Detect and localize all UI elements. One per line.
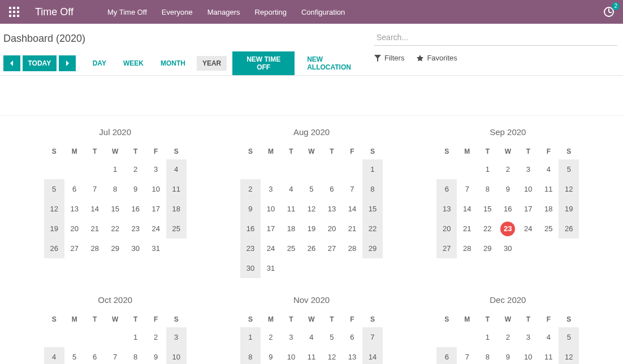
nav-reporting[interactable]: Reporting [255,8,287,16]
day-cell[interactable]: 12 [44,199,64,219]
day-cell[interactable]: 27 [64,239,85,258]
prev-button[interactable] [3,55,20,71]
day-cell[interactable]: 10 [518,179,538,199]
day-cell[interactable]: 5 [559,159,579,179]
day-cell[interactable]: 31 [146,239,166,258]
day-cell[interactable]: 6 [436,179,457,199]
day-cell[interactable]: 18 [166,199,187,219]
day-cell[interactable]: 22 [105,219,126,239]
day-cell[interactable]: 9 [497,179,518,199]
day-cell[interactable]: 7 [457,347,477,364]
month-title[interactable]: Oct 2020 [23,295,207,305]
filters-button[interactable]: Filters [374,54,404,62]
day-cell[interactable]: 8 [477,347,497,364]
day-cell[interactable]: 9 [261,347,281,364]
month-title[interactable]: Sep 2020 [416,127,600,137]
day-cell[interactable]: 29 [362,239,383,258]
favorites-button[interactable]: Favorites [417,54,457,62]
day-cell[interactable]: 11 [166,179,187,199]
day-cell[interactable]: 10 [261,199,281,219]
day-cell[interactable]: 16 [240,219,261,239]
day-cell[interactable]: 8 [362,179,383,199]
day-cell[interactable]: 9 [497,347,518,364]
day-cell[interactable]: 26 [44,239,64,258]
day-cell[interactable]: 21 [457,219,477,239]
day-cell[interactable]: 2 [146,327,166,347]
day-cell[interactable]: 12 [559,179,579,199]
apps-icon[interactable] [9,7,19,17]
day-cell[interactable]: 5 [559,327,579,347]
day-cell[interactable]: 9 [126,179,146,199]
day-cell[interactable]: 20 [64,219,85,239]
day-cell[interactable]: 25 [166,219,187,239]
day-cell[interactable]: 13 [342,347,362,364]
day-cell[interactable]: 23 [240,239,261,258]
day-cell[interactable]: 28 [457,239,477,258]
view-year[interactable]: YEAR [197,56,227,71]
day-cell[interactable]: 15 [477,199,497,219]
day-cell[interactable]: 9 [240,199,261,219]
today-button[interactable]: TODAY [23,55,57,71]
day-cell[interactable]: 2 [497,327,518,347]
day-cell[interactable]: 4 [166,159,187,179]
day-cell[interactable]: 27 [436,239,457,258]
day-cell[interactable]: 16 [497,199,518,219]
activity-indicator[interactable]: 2 [604,7,614,17]
day-cell[interactable]: 28 [85,239,105,258]
day-cell[interactable]: 4 [281,179,301,199]
day-cell[interactable]: 2 [261,327,281,347]
day-cell[interactable]: 2 [126,159,146,179]
day-cell[interactable]: 25 [538,219,559,239]
month-title[interactable]: Aug 2020 [219,127,404,137]
day-cell[interactable]: 25 [281,239,301,258]
day-cell[interactable]: 15 [362,199,383,219]
day-cell[interactable]: 8 [240,347,261,364]
day-cell[interactable]: 10 [166,347,187,364]
day-cell[interactable]: 20 [322,219,342,239]
day-cell[interactable]: 3 [261,179,281,199]
day-cell[interactable]: 17 [261,219,281,239]
next-button[interactable] [59,55,76,71]
day-cell[interactable]: 12 [301,199,322,219]
day-cell[interactable]: 10 [281,347,301,364]
day-cell[interactable]: 3 [518,327,538,347]
day-cell[interactable]: 8 [105,179,126,199]
day-cell[interactable]: 18 [538,199,559,219]
day-cell[interactable]: 26 [559,219,579,239]
day-cell[interactable]: 23 [497,219,518,239]
day-cell[interactable]: 26 [301,239,322,258]
day-cell[interactable]: 5 [64,347,85,364]
day-cell[interactable]: 17 [146,199,166,219]
day-cell[interactable]: 4 [538,327,559,347]
day-cell[interactable]: 19 [44,219,64,239]
day-cell[interactable]: 24 [261,239,281,258]
day-cell[interactable]: 13 [322,199,342,219]
day-cell[interactable]: 7 [85,179,105,199]
day-cell[interactable]: 8 [126,347,146,364]
nav-everyone[interactable]: Everyone [162,8,193,16]
view-month[interactable]: MONTH [155,56,191,71]
day-cell[interactable]: 22 [362,219,383,239]
day-cell[interactable]: 22 [477,219,497,239]
nav-managers[interactable]: Managers [207,8,240,16]
day-cell[interactable]: 7 [105,347,126,364]
day-cell[interactable]: 29 [105,239,126,258]
day-cell[interactable]: 6 [64,179,85,199]
month-title[interactable]: Nov 2020 [219,295,404,305]
day-cell[interactable]: 31 [261,258,281,278]
view-week[interactable]: WEEK [118,56,149,71]
day-cell[interactable]: 2 [240,179,261,199]
day-cell[interactable]: 21 [342,219,362,239]
view-day[interactable]: DAY [87,56,112,71]
day-cell[interactable]: 27 [322,239,342,258]
day-cell[interactable]: 5 [44,179,64,199]
day-cell[interactable]: 19 [559,199,579,219]
day-cell[interactable]: 30 [126,239,146,258]
day-cell[interactable]: 28 [342,239,362,258]
day-cell[interactable]: 15 [105,199,126,219]
day-cell[interactable]: 1 [477,159,497,179]
day-cell[interactable]: 23 [126,219,146,239]
day-cell[interactable]: 13 [64,199,85,219]
day-cell[interactable]: 16 [126,199,146,219]
day-cell[interactable]: 4 [301,327,322,347]
